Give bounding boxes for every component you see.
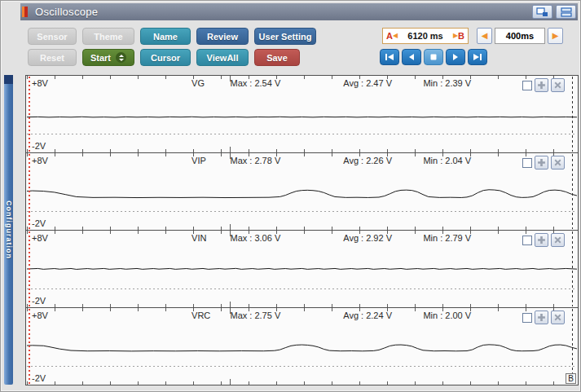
theme-button[interactable]: Theme: [82, 28, 134, 45]
main-area: Configuration +8V VG Max : 2.54 V Avg : …: [3, 75, 579, 386]
plus-icon: [537, 158, 546, 167]
channel-panel-vrc: +8V VRC Max : 2.75 V Avg : 2.24 V Min : …: [25, 307, 579, 385]
top-voltage-label: +8V: [32, 156, 48, 165]
cursor-a-line[interactable]: [29, 309, 30, 384]
title-bar: Oscilloscope: [20, 3, 578, 20]
channel-panel-vin: +8V VIN Max : 3.06 V Avg : 2.92 V Min : …: [25, 230, 579, 308]
waveform-vip: [27, 154, 577, 229]
channel-checkbox[interactable]: [522, 158, 532, 168]
plus-icon: [537, 313, 546, 322]
channel-max-stat: Max : 3.06 V: [230, 233, 280, 243]
sidebar-top-cap: [4, 75, 13, 84]
major-tick-bottom: [230, 379, 231, 385]
waveform-vg: [27, 77, 577, 152]
cursor-b-line[interactable]: [572, 77, 573, 152]
play-icon: [451, 53, 460, 61]
tile-windows-button[interactable]: [556, 5, 576, 19]
cursor-a-line[interactable]: [29, 231, 30, 306]
x-icon: [553, 313, 562, 322]
save-button[interactable]: Save: [254, 49, 300, 66]
step-previous-button[interactable]: [402, 49, 421, 65]
channel-controls: [522, 311, 565, 324]
reference-gridline: [27, 288, 577, 289]
cursor-button[interactable]: Cursor: [140, 49, 191, 66]
channel-avg-stat: Avg : 2.26 V: [343, 156, 392, 165]
cursor-a-line[interactable]: [29, 77, 30, 152]
review-button[interactable]: Review: [196, 28, 249, 45]
x-icon: [553, 158, 562, 167]
oscilloscope-window: Oscilloscope Sensor Theme Name Review Us…: [0, 0, 581, 392]
channel-min-stat: Min : 2.79 V: [423, 233, 471, 243]
cursor-a-line[interactable]: [29, 154, 30, 229]
start-spinner[interactable]: [116, 52, 126, 63]
sensor-button[interactable]: Sensor: [28, 28, 77, 45]
channel-name: VRC: [191, 311, 210, 320]
marker-b-label: B: [458, 31, 464, 41]
tile-windows-icon: [561, 7, 572, 17]
user-setting-button[interactable]: User Setting: [254, 28, 316, 45]
step-value-box[interactable]: 400ms: [495, 28, 545, 44]
stop-button[interactable]: [424, 49, 443, 65]
name-button[interactable]: Name: [140, 28, 191, 45]
window-controls: [532, 5, 576, 19]
channel-panel-vip: +8V VIP Max : 2.78 V Avg : 2.26 V Min : …: [25, 152, 579, 231]
step-forward-button[interactable]: ▶: [548, 28, 563, 44]
channel-checkbox[interactable]: [522, 81, 532, 90]
top-voltage-label: +8V: [32, 311, 48, 320]
reset-button[interactable]: Reset: [28, 49, 77, 66]
channel-add-button[interactable]: [535, 233, 548, 247]
reference-gridline: [27, 366, 577, 367]
stop-icon: [429, 53, 438, 61]
spinner-up-icon: [119, 55, 124, 57]
channel-close-button[interactable]: [551, 78, 565, 92]
channel-min-stat: Min : 2.39 V: [423, 78, 471, 88]
time-ticks-bottom: [27, 381, 577, 385]
reference-gridline: [27, 134, 577, 134]
channel-avg-stat: Avg : 2.24 V: [343, 311, 392, 320]
waveform-vin: [27, 231, 577, 306]
channel-checkbox[interactable]: [522, 236, 532, 245]
channel-name: VIP: [191, 156, 206, 165]
play-button[interactable]: [446, 49, 465, 65]
spinner-down-icon: [119, 59, 124, 61]
viewall-button[interactable]: ViewAll: [196, 49, 249, 66]
plus-icon: [537, 236, 546, 244]
channel-add-button[interactable]: [535, 311, 548, 324]
channel-close-button[interactable]: [551, 233, 565, 247]
channel-name: VG: [191, 78, 205, 88]
x-icon: [553, 81, 562, 90]
skip-to-start-button[interactable]: [380, 49, 399, 65]
channel-avg-stat: Avg : 2.47 V: [343, 78, 392, 88]
major-tick-bottom: [230, 302, 231, 307]
ab-range-value: 6120 ms: [398, 31, 453, 41]
skip-to-end-button[interactable]: [468, 49, 487, 65]
step-back-icon: ◀: [482, 32, 488, 40]
skip-to-end-icon: [473, 53, 482, 61]
start-button[interactable]: Start: [82, 49, 134, 66]
channel-controls: [522, 156, 565, 170]
x-icon: [553, 236, 562, 244]
cursor-b-line[interactable]: [572, 154, 573, 229]
toolbar-row-2: Reset Start Cursor ViewAll Save: [28, 49, 300, 66]
channel-add-button[interactable]: [535, 78, 548, 92]
channel-max-stat: Max : 2.75 V: [230, 311, 280, 320]
detach-window-button[interactable]: [532, 5, 552, 19]
channel-panel-vg: +8V VG Max : 2.54 V Avg : 2.47 V Min : 2…: [25, 75, 579, 153]
ab-range-box: A ◀ 6120 ms ▶ B: [382, 28, 469, 44]
previous-icon: [407, 53, 416, 61]
toolbar-row-1: Sensor Theme Name Review User Setting: [28, 28, 316, 45]
channel-close-button[interactable]: [551, 156, 565, 170]
waveform-vrc: [27, 309, 577, 384]
channel-add-button[interactable]: [535, 156, 548, 170]
configuration-sidebar-tab[interactable]: Configuration: [4, 75, 13, 385]
cursor-b-line[interactable]: [572, 231, 573, 306]
channel-avg-stat: Avg : 2.92 V: [343, 233, 392, 243]
reference-gridline: [27, 211, 577, 212]
channel-checkbox[interactable]: [522, 313, 532, 323]
marker-a-label: A: [386, 31, 393, 41]
channel-close-button[interactable]: [551, 311, 565, 324]
channel-max-stat: Max : 2.54 V: [230, 78, 280, 88]
step-back-button[interactable]: ◀: [477, 28, 492, 44]
major-tick-bottom: [230, 147, 231, 152]
channel-max-stat: Max : 2.78 V: [230, 156, 280, 165]
